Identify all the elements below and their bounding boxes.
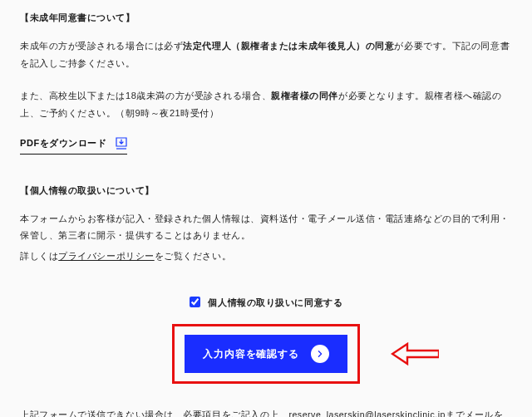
download-pdf-label: PDFをダウンロード [20,137,107,150]
download-icon [116,137,127,150]
privacy-policy-link[interactable]: プライバシーポリシー [58,251,155,261]
consent-checkbox[interactable] [190,297,200,307]
footer-text: 上記フォームで送信できない場合は、必要項目をご記入の上、reserve_lase… [20,407,512,417]
download-pdf-link[interactable]: PDFをダウンロード [20,137,127,155]
minor-consent-title: 【未成年同意書について】 [20,12,512,24]
annotation-arrow-icon [391,342,439,365]
minor-consent-p1: 未成年の方が受診される場合には必ず法定代理人（親権者または未成年後見人）の同意が… [20,37,512,72]
consent-label: 個人情報の取り扱いに同意する [208,297,342,307]
highlight-box: 入力内容を確認する [172,324,360,384]
button-wrap: 入力内容を確認する [20,324,512,384]
text: 詳しくは [20,251,58,261]
confirm-button-label: 入力内容を確認する [203,347,300,361]
privacy-p1: 本フォームからお客様が記入・登録された個人情報は、資料送付・電子メール送信・電話… [20,210,512,245]
consent-row: 個人情報の取り扱いに同意する [20,297,512,309]
text-bold: 親権者様の同伴 [271,91,338,101]
text-bold: 法定代理人（親権者または未成年後見人）の同意 [183,41,394,51]
footer-email-link[interactable]: reserve_laserskin@laserskinclinic.jp [288,410,446,417]
text: をご覧ください。 [155,251,231,261]
privacy-title: 【個人情報の取扱いについて】 [20,184,512,197]
confirm-button[interactable]: 入力内容を確認する [185,335,347,373]
text: 上記フォームで送信できない場合は、必要項目をご記入の上、 [20,410,288,417]
arrow-right-icon [311,345,329,363]
minor-consent-p2: また、高校生以下または18歳未満の方が受診される場合、親権者様の同伴が必要となり… [20,87,512,122]
text: 未成年の方が受診される場合には必ず [20,41,183,51]
text: また、高校生以下または18歳未満の方が受診される場合、 [20,91,271,101]
privacy-p2: 詳しくはプライバシーポリシーをご覧ください。 [20,248,512,265]
